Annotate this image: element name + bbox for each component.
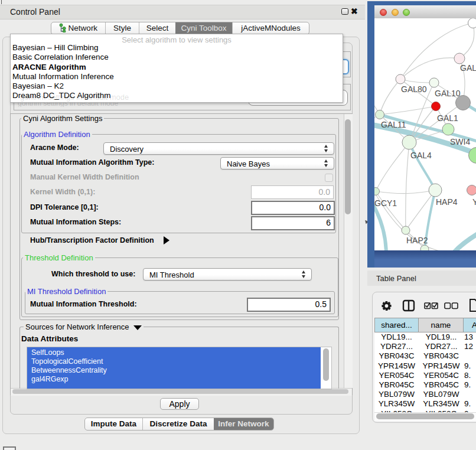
- svg-text:GAL: GAL: [460, 63, 476, 73]
- svg-text:Y: Y: [472, 197, 476, 207]
- svg-text:HAP2: HAP2: [406, 236, 428, 245]
- svg-text:GCY1: GCY1: [374, 198, 397, 208]
- svg-text:GAL10: GAL10: [435, 89, 461, 98]
- svg-text:GAL80: GAL80: [401, 84, 427, 94]
- svg-text:GAL1: GAL1: [437, 113, 458, 123]
- svg-text:GAL11: GAL11: [381, 120, 406, 129]
- svg-text:GAL4: GAL4: [410, 151, 432, 160]
- svg-text:HAP4: HAP4: [436, 197, 458, 207]
- svg-text:SWI4: SWI4: [450, 137, 470, 146]
